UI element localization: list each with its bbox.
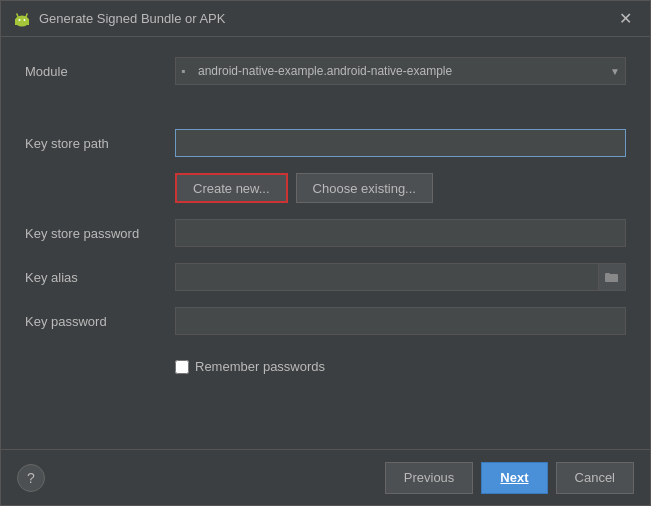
keystore-path-row: Key store path (25, 129, 626, 157)
keystore-path-label: Key store path (25, 136, 175, 151)
close-button[interactable]: ✕ (613, 9, 638, 29)
folder-icon (605, 271, 619, 283)
dialog-window: Generate Signed Bundle or APK ✕ Module ▪… (0, 0, 651, 506)
key-password-label: Key password (25, 314, 175, 329)
next-button[interactable]: Next (481, 462, 547, 494)
key-password-row: Key password (25, 307, 626, 335)
svg-rect-8 (605, 273, 610, 276)
svg-line-5 (17, 14, 18, 17)
keystore-path-input[interactable] (175, 129, 626, 157)
keystore-password-row: Key store password (25, 219, 626, 247)
title-bar-left: Generate Signed Bundle or APK (13, 10, 225, 28)
key-alias-label: Key alias (25, 270, 175, 285)
cancel-button[interactable]: Cancel (556, 462, 634, 494)
keystore-buttons-row: Create new... Choose existing... (175, 173, 626, 203)
create-new-button[interactable]: Create new... (175, 173, 288, 203)
help-button[interactable]: ? (17, 464, 45, 492)
svg-line-6 (26, 14, 27, 17)
keystore-password-input[interactable] (175, 219, 626, 247)
key-alias-input[interactable] (175, 263, 598, 291)
footer-left: ? (17, 464, 45, 492)
key-alias-wrapper (175, 263, 626, 291)
key-password-input[interactable] (175, 307, 626, 335)
remember-passwords-checkbox[interactable] (175, 360, 189, 374)
module-label: Module (25, 64, 175, 79)
module-row: Module ▪ android-native-example.android-… (25, 57, 626, 85)
title-bar: Generate Signed Bundle or APK ✕ (1, 1, 650, 37)
footer-right: Previous Next Cancel (385, 462, 634, 494)
module-select[interactable]: android-native-example.android-native-ex… (175, 57, 626, 85)
svg-point-4 (24, 19, 26, 21)
remember-passwords-label: Remember passwords (195, 359, 325, 374)
module-select-wrapper: ▪ android-native-example.android-native-… (175, 57, 626, 85)
choose-existing-button[interactable]: Choose existing... (296, 173, 433, 203)
dialog-title: Generate Signed Bundle or APK (39, 11, 225, 26)
remember-passwords-row: Remember passwords (175, 359, 626, 374)
key-alias-row: Key alias (25, 263, 626, 291)
previous-button[interactable]: Previous (385, 462, 474, 494)
keystore-password-label: Key store password (25, 226, 175, 241)
dialog-footer: ? Previous Next Cancel (1, 449, 650, 505)
dialog-content: Module ▪ android-native-example.android-… (1, 37, 650, 449)
android-icon (13, 10, 31, 28)
key-alias-browse-button[interactable] (598, 263, 626, 291)
svg-point-3 (19, 19, 21, 21)
